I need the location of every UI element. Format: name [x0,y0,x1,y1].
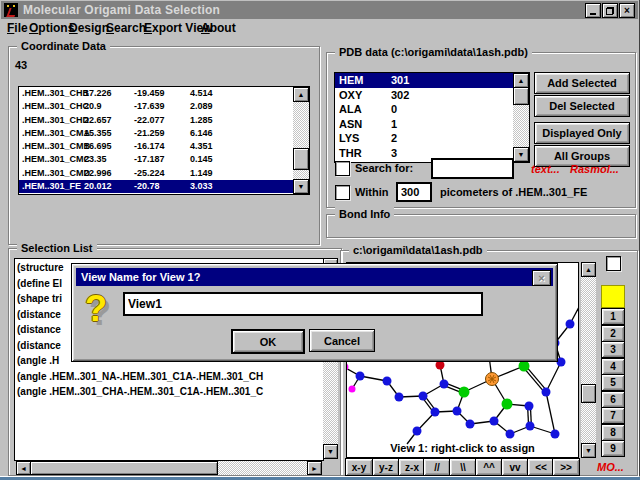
text-link[interactable]: text... [531,163,560,175]
pdb-row[interactable]: ALA0 [335,102,513,117]
coordinate-listbox: .HEM..301_CHB17.226-19.4594.514.HEM..301… [18,86,310,195]
view-button-8[interactable]: 8 [601,424,625,441]
scroll-thumb[interactable] [30,461,218,475]
pdb-row[interactable]: LYS2 [335,131,513,146]
atom-blue [431,408,440,417]
atom-blue [356,372,365,381]
toolbar-button-5[interactable]: \\ [449,458,477,476]
del-selected-button[interactable]: Del Selected [534,95,630,117]
toolbar-button-9[interactable]: >> [552,458,580,476]
scroll-thumb[interactable] [581,384,596,403]
close-button[interactable]: × [619,3,635,18]
menu-item-design[interactable]: Design [69,21,109,35]
window-title: Molecular Origami Data Selection [23,3,220,17]
dialog-close-button[interactable]: × [532,270,551,286]
coordinate-row[interactable]: .HEM..301_CMC23.35-17.1870.145 [19,153,293,166]
app-icon [4,3,18,17]
coordinate-scrollbar[interactable] [293,87,309,194]
toolbar-button-7[interactable]: vv [501,458,529,476]
rasmol-link[interactable]: Rasmol... [570,163,619,175]
atom-blue [506,430,515,439]
pdb-data-label: PDB data (c:\origami\data\1ash.pdb) [335,45,532,59]
scroll-down-button[interactable] [581,443,596,458]
coordinate-row[interactable]: .HEM..301_CHB17.226-19.4594.514 [19,87,293,100]
toolbar-button-4[interactable]: // [423,458,451,476]
scroll-up-button[interactable] [513,73,529,88]
minimize-button[interactable] [585,3,601,18]
displayed-only-button[interactable]: Displayed Only [534,122,630,144]
view-button-7[interactable]: 7 [601,407,625,424]
scroll-down-button[interactable] [293,179,309,194]
selection-row[interactable]: (angle .HEM..301_NA-.HEM..301_C1A-.HEM..… [15,369,323,385]
coordinate-row[interactable]: .HEM..301_CMD22.996-25.2241.149 [19,167,293,180]
toolbar-button-3[interactable]: z-x [398,458,426,476]
pdb-row[interactable]: OXY302 [335,88,513,103]
menu-item-about[interactable]: About [201,21,236,35]
within-input[interactable] [396,182,432,202]
toolbar-button-8[interactable]: << [527,458,555,476]
viewer-status: View 1: right-click to assign [347,442,578,454]
coordinate-row[interactable]: .HEM..301_FE20.012-20.783.033 [19,180,293,193]
view-button-3[interactable]: 3 [601,341,625,358]
menu-item-file[interactable]: File [7,21,28,35]
pdb-scrollbar[interactable] [513,73,529,162]
coordinate-row[interactable]: .HEM..301_CHD22.657-22.0771.285 [19,114,293,127]
viewer-path-label: c:\origami\data\1ash.pdb [349,243,487,257]
close-icon: × [624,6,630,16]
atom-magenta [349,386,356,393]
scroll-up-button[interactable] [293,87,309,102]
scroll-down-button[interactable] [323,444,338,459]
atom-blue [466,420,475,429]
menu-item-search[interactable]: Search [106,21,146,35]
toolbar-button-2[interactable]: y-z [372,458,400,476]
scroll-right-button[interactable] [307,461,322,475]
atom-blue [453,407,462,416]
atom-blue [490,417,499,426]
pdb-row[interactable]: ASN1 [335,117,513,132]
pdb-row[interactable]: HEM301 [335,73,513,88]
within-checkbox[interactable] [335,185,350,200]
search-checkbox[interactable] [335,161,350,176]
restore-icon [606,7,614,15]
view-button-5[interactable]: 5 [601,374,625,391]
search-input[interactable] [431,158,514,179]
atom-blue [419,392,428,401]
coordinate-data-label: Coordinate Data [17,39,110,53]
toolbar-button-6[interactable]: ^^ [475,458,503,476]
scroll-thumb[interactable] [293,148,309,170]
coordinate-row[interactable]: .HEM..301_CMA15.355-21.2596.146 [19,127,293,140]
viewer-vscrollbar[interactable] [581,262,596,458]
title-bar: Molecular Origami Data Selection × [1,1,638,19]
cancel-button[interactable]: Cancel [309,329,375,352]
scroll-thumb[interactable] [513,87,529,105]
dialog-title: View Name for View 1? [81,271,200,283]
toolbar-button-1[interactable]: x-y [345,458,373,476]
atom-blue [413,427,422,436]
selection-row[interactable]: (angle .HEM..301_CHA-.HEM..301_C1A-.HEM.… [15,384,323,400]
view-name-input[interactable] [123,292,483,316]
view-button-1[interactable]: 1 [601,308,625,325]
active-view-swatch[interactable] [601,285,625,308]
viewer-checkbox[interactable] [606,256,621,271]
coordinate-row[interactable]: .HEM..301_CHC20.9-17.6392.089 [19,100,293,113]
view-button-2[interactable]: 2 [601,325,625,342]
coordinate-count: 43 [15,59,27,71]
selection-hscrollbar[interactable] [16,461,322,475]
dialog-title-bar[interactable]: View Name for View 1? × [76,268,553,286]
coordinate-row[interactable]: .HEM..301_CMB16.695-16.1744.351 [19,140,293,153]
scroll-down-button[interactable] [513,147,529,162]
atom-blue [542,388,551,397]
add-selected-button[interactable]: Add Selected [534,72,630,94]
scroll-up-button[interactable] [581,262,596,277]
scroll-left-button[interactable] [16,461,31,475]
menu-bar: FileOptionsDesignSearchExport ViewAbout [1,19,638,38]
ok-button[interactable]: OK [231,329,305,354]
menu-item-options[interactable]: Options [29,21,74,35]
coordinate-list: .HEM..301_CHB17.226-19.4594.514.HEM..301… [19,87,293,194]
restore-button[interactable] [602,3,618,18]
view-name-dialog: View Name for View 1? × ? OK Cancel [71,263,558,362]
view-button-4[interactable]: 4 [601,358,625,375]
view-button-6[interactable]: 6 [601,391,625,408]
close-icon: × [538,273,544,284]
view-button-9[interactable]: 9 [601,440,625,457]
